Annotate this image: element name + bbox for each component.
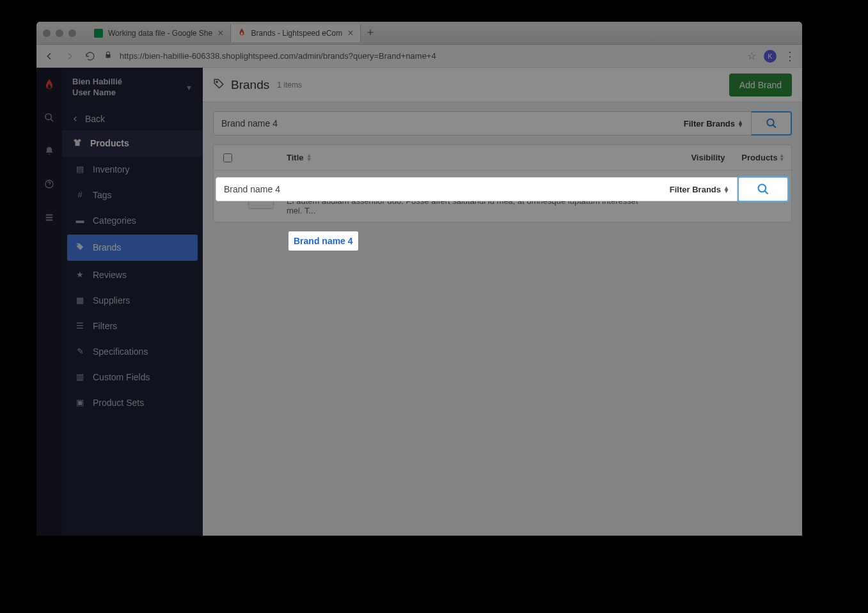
titlebar: Working data file - Google She × Brands …	[36, 22, 802, 45]
archive-icon: ▤	[75, 164, 85, 174]
select-all-cell	[214, 153, 242, 162]
sidebar-item-products[interactable]: Products	[62, 130, 203, 157]
help-icon[interactable]	[42, 176, 57, 192]
sidebar-item-label: Inventory	[93, 164, 130, 175]
sidebar-item-label: Filters	[93, 321, 117, 331]
svg-point-5	[216, 81, 217, 82]
search-bar: Filter Brands ▴▾	[213, 111, 792, 136]
back-label: Back	[85, 114, 105, 124]
highlighted-search-button[interactable]	[738, 176, 789, 202]
visibility-column: Visibility	[683, 153, 734, 162]
svg-point-0	[45, 114, 51, 120]
highlighted-search-bar: Filter Brands ▴▾	[216, 177, 738, 201]
sidebar-item-tags[interactable]: # Tags	[62, 182, 203, 208]
sidebar-item-suppliers[interactable]: ▦ Suppliers	[62, 288, 203, 313]
tab-google-sheets[interactable]: Working data file - Google She ×	[88, 24, 231, 42]
bookmark-icon[interactable]: ☆	[747, 50, 756, 62]
page-title: Brands	[231, 78, 269, 92]
tab-label: Brands - Lightspeed eCom	[251, 29, 343, 38]
new-tab-button[interactable]: +	[361, 26, 381, 40]
chevron-down-icon: ▼	[185, 84, 193, 91]
sidebar-item-categories[interactable]: ▬ Categories	[62, 208, 203, 233]
title-column[interactable]: Title ▴▾	[280, 153, 683, 162]
sidebar-item-label: Reviews	[93, 270, 127, 280]
tag-icon	[213, 78, 225, 92]
close-tab-icon[interactable]: ×	[217, 28, 223, 38]
lock-icon	[104, 51, 112, 61]
svg-point-6	[767, 119, 774, 126]
filter-dropdown[interactable]: Filter Brands ▴▾	[675, 112, 751, 135]
grid-icon: ▣	[75, 398, 85, 407]
search-icon	[757, 183, 769, 196]
search-icon[interactable]	[42, 110, 57, 125]
truck-icon: ▦	[75, 295, 85, 305]
sort-icon: ▴▾	[308, 154, 311, 161]
sidebar-item-label: Specifications	[93, 346, 148, 357]
sidebar-item-label: Product Sets	[93, 398, 144, 408]
close-tab-icon[interactable]: ×	[347, 28, 353, 38]
filter-dropdown[interactable]: Filter Brands ▴▾	[661, 185, 737, 194]
svg-rect-4	[46, 219, 53, 221]
sidebar-header[interactable]: Bien Habillié User Name ▼	[62, 68, 203, 107]
sidebar-item-label: Products	[90, 138, 129, 148]
add-brand-button[interactable]: Add Brand	[729, 74, 792, 97]
sidebar-item-specifications[interactable]: ✎ Specifications	[62, 339, 203, 364]
sidebar-item-brands[interactable]: Brands	[67, 235, 198, 261]
sidebar-item-custom-fields[interactable]: ▥ Custom Fields	[62, 364, 203, 390]
search-input[interactable]	[214, 112, 675, 135]
svg-point-8	[759, 185, 766, 192]
sidebar-back[interactable]: Back	[62, 107, 203, 130]
sidebar-item-label: Tags	[93, 190, 112, 200]
tag-icon	[75, 242, 85, 253]
forward-button[interactable]	[63, 50, 76, 63]
item-count: 1 items	[277, 81, 302, 89]
url-text[interactable]: https://bien-habillie-606338.shoplightsp…	[120, 51, 739, 61]
browser-tabs: Working data file - Google She × Brands …	[88, 22, 380, 44]
sort-icon: ▴▾	[780, 154, 784, 161]
hash-icon: #	[75, 190, 85, 199]
page-header: Brands 1 items Add Brand	[203, 68, 802, 102]
table-header: Title ▴▾ Visibility Products ▴▾	[214, 145, 791, 171]
sliders-icon: ☰	[75, 321, 85, 330]
settings-icon[interactable]	[42, 210, 57, 225]
close-window-icon[interactable]	[43, 29, 51, 37]
brand-name-link[interactable]: Brand name 4	[294, 236, 353, 246]
form-icon: ▥	[75, 372, 85, 382]
search-input[interactable]	[216, 184, 661, 194]
lightspeed-logo-icon[interactable]	[42, 77, 57, 92]
address-bar: https://bien-habillie-606338.shoplightsp…	[36, 45, 802, 68]
reload-button[interactable]	[84, 50, 97, 63]
main-content: Brands 1 items Add Brand Filter Brands ▴…	[203, 68, 802, 536]
updown-icon: ▴▾	[739, 120, 742, 127]
window-controls	[43, 29, 76, 37]
shirt-icon	[72, 138, 83, 149]
wrench-icon: ✎	[75, 346, 85, 356]
sidebar-item-reviews[interactable]: ★ Reviews	[62, 262, 203, 288]
search-button[interactable]	[751, 111, 792, 136]
bell-icon[interactable]	[42, 143, 57, 159]
shop-name: Bien Habillié	[72, 77, 122, 88]
sidebar-item-product-sets[interactable]: ▣ Product Sets	[62, 390, 203, 415]
browser-menu-icon[interactable]: ⋮	[784, 49, 796, 63]
tab-lightspeed[interactable]: Brands - Lightspeed eCom ×	[231, 24, 361, 42]
products-column[interactable]: Products ▴▾	[734, 153, 791, 162]
svg-rect-3	[46, 217, 53, 218]
tab-label: Working data file - Google She	[108, 29, 212, 38]
sidebar-item-label: Categories	[93, 215, 136, 226]
sidebar-item-label: Custom Fields	[93, 372, 150, 382]
sidebar-item-inventory[interactable]: ▤ Inventory	[62, 157, 203, 182]
back-button[interactable]	[43, 50, 56, 63]
sidebar-item-label: Suppliers	[93, 295, 130, 306]
star-icon: ★	[75, 270, 85, 279]
icon-rail	[36, 68, 62, 536]
zoom-window-icon[interactable]	[68, 29, 76, 37]
user-name: User Name	[72, 88, 122, 98]
profile-avatar[interactable]: K	[764, 50, 777, 63]
updown-icon: ▴▾	[725, 186, 728, 192]
sidebar: Bien Habillié User Name ▼ Back Products …	[62, 68, 203, 536]
browser-window: Working data file - Google She × Brands …	[36, 22, 802, 536]
minimize-window-icon[interactable]	[56, 29, 63, 37]
sidebar-item-filters[interactable]: ☰ Filters	[62, 313, 203, 339]
filter-label: Filter Brands	[684, 119, 735, 128]
select-all-checkbox[interactable]	[223, 153, 232, 162]
